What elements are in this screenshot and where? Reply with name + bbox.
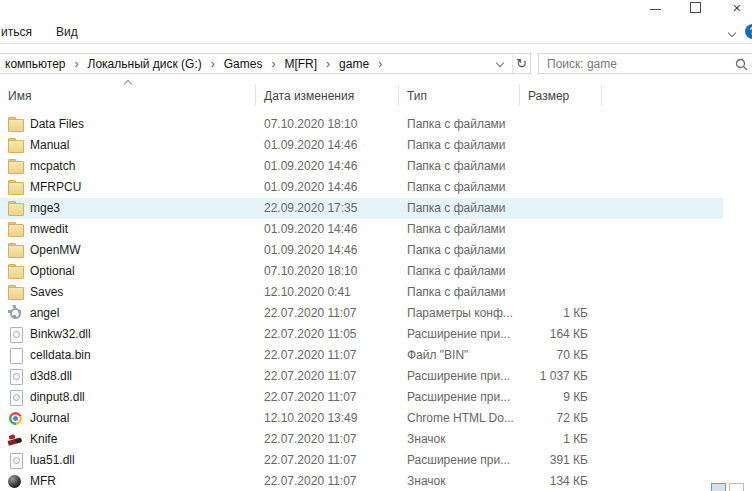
breadcrumb: компьютер›Локальный диск (G:)›Games›M[FR… — [0, 54, 512, 73]
breadcrumb-chevron-icon[interactable]: › — [68, 57, 86, 71]
table-row[interactable]: mwedit01.09.2020 14:46Папка с файлами — [0, 219, 723, 240]
file-name: lua51.dll — [30, 450, 75, 471]
close-button[interactable]: × — [722, 0, 752, 20]
table-row[interactable]: Binkw32.dll22.07.2020 11:05Расширение пр… — [0, 324, 723, 345]
details-view-button[interactable] — [711, 483, 726, 491]
file-date: 07.10.2020 18:10 — [264, 261, 357, 282]
table-row[interactable]: d3d8.dll22.07.2020 11:07Расширение при..… — [0, 366, 723, 387]
file-type: Файл "BIN" — [407, 345, 468, 366]
breadcrumb-chevron-icon[interactable]: › — [264, 57, 282, 71]
table-row[interactable]: dinput8.dll22.07.2020 11:07Расширение пр… — [0, 387, 723, 408]
file-date: 01.09.2020 14:46 — [264, 240, 357, 261]
breadcrumb-item[interactable]: Локальный диск (G:) — [86, 57, 204, 71]
help-icon[interactable]: ? — [745, 24, 752, 39]
minimize-button[interactable] — [640, 0, 670, 20]
file-size: 1 КБ — [563, 303, 588, 324]
file-name: mge3 — [30, 198, 60, 219]
maximize-button[interactable] — [682, 0, 712, 20]
table-row[interactable]: MFRPCU01.09.2020 14:46Папка с файлами — [0, 177, 723, 198]
tab-view[interactable]: Вид — [56, 25, 78, 39]
file-type: Расширение при... — [407, 366, 510, 387]
file-name: Knife — [30, 429, 57, 450]
search-icon — [735, 58, 748, 74]
file-type: Папка с файлами — [407, 219, 506, 240]
column-header-type[interactable]: Тип — [407, 89, 427, 103]
breadcrumb-item[interactable]: компьютер — [3, 57, 68, 71]
column-divider[interactable] — [519, 84, 520, 106]
table-row[interactable]: Saves12.10.2020 0:41Папка с файлами — [0, 282, 723, 303]
file-name: Binkw32.dll — [30, 324, 91, 345]
file-date: 22.07.2020 11:07 — [264, 429, 357, 450]
chevron-down-icon — [728, 29, 736, 37]
dll-icon — [8, 369, 24, 384]
file-name: angel — [30, 303, 59, 324]
file-type: Папка с файлами — [407, 156, 506, 177]
ribbon-collapse-button[interactable] — [727, 28, 741, 42]
column-divider[interactable] — [255, 84, 256, 106]
table-row[interactable]: OpenMW01.09.2020 14:46Папка с файлами — [0, 240, 723, 261]
search-box[interactable]: Поиск: game — [538, 53, 752, 74]
file-name: OpenMW — [30, 240, 81, 261]
file-name: celldata.bin — [30, 345, 91, 366]
table-row[interactable]: Data Files07.10.2020 18:10Папка с файлам… — [0, 114, 723, 135]
table-row[interactable]: lua51.dll22.07.2020 11:07Расширение при.… — [0, 450, 723, 471]
file-date: 22.07.2020 11:07 — [264, 366, 357, 387]
file-name: mwedit — [30, 219, 68, 240]
file-name: d3d8.dll — [30, 366, 72, 387]
breadcrumb-chevron-icon[interactable]: › — [204, 57, 222, 71]
folder-icon — [8, 117, 24, 132]
breadcrumb-chevron-icon[interactable]: › — [319, 57, 337, 71]
refresh-icon: ↻ — [516, 56, 527, 71]
dll-icon — [8, 453, 24, 468]
table-row[interactable]: MFR22.07.2020 11:07Значок134 КБ — [0, 471, 723, 491]
breadcrumb-item[interactable]: Games — [222, 57, 265, 71]
table-row[interactable]: Manual01.09.2020 14:46Папка с файлами — [0, 135, 723, 156]
chrome-icon — [8, 411, 24, 426]
table-row[interactable]: celldata.bin22.07.2020 11:07Файл "BIN"70… — [0, 345, 723, 366]
table-row[interactable]: angel22.07.2020 11:07Параметры конф...1 … — [0, 303, 723, 324]
dll-icon — [8, 390, 24, 405]
column-header-date[interactable]: Дата изменения — [264, 89, 354, 103]
table-row[interactable]: Knife22.07.2020 11:07Значок1 КБ — [0, 429, 723, 450]
address-dropdown-button[interactable] — [490, 53, 511, 74]
folder-icon — [8, 285, 24, 300]
close-icon: × — [733, 0, 742, 16]
column-divider[interactable] — [601, 84, 602, 106]
file-type: Папка с файлами — [407, 282, 506, 303]
file-type: Папка с файлами — [407, 177, 506, 198]
breadcrumb-chevron-icon[interactable]: › — [371, 57, 389, 71]
folder-icon — [8, 201, 24, 216]
table-row[interactable]: Optional07.10.2020 18:10Папка с файлами — [0, 261, 723, 282]
breadcrumb-item[interactable]: M[FR] — [282, 57, 319, 71]
file-type: Папка с файлами — [407, 135, 506, 156]
tab-share[interactable]: иться — [1, 25, 32, 39]
column-headers: Имя Дата изменения Тип Размер — [0, 84, 752, 106]
file-type: Папка с файлами — [407, 114, 506, 135]
title-bar[interactable]: × — [0, 0, 752, 20]
gear-icon — [8, 306, 24, 321]
file-icon — [8, 348, 24, 363]
table-row[interactable]: mcpatch01.09.2020 14:46Папка с файлами — [0, 156, 723, 177]
folder-icon — [8, 159, 24, 174]
file-date: 22.07.2020 11:05 — [264, 324, 357, 345]
file-date: 12.10.2020 0:41 — [264, 282, 351, 303]
address-bar[interactable]: компьютер›Локальный диск (G:)›Games›M[FR… — [0, 53, 513, 74]
file-list: Data Files07.10.2020 18:10Папка с файлам… — [0, 114, 752, 491]
file-name: Journal — [30, 408, 69, 429]
column-header-size[interactable]: Размер — [528, 89, 569, 103]
search-input[interactable]: Поиск: game — [547, 57, 617, 71]
refresh-button[interactable]: ↻ — [512, 53, 531, 74]
breadcrumb-item[interactable]: game — [337, 57, 371, 71]
file-date: 22.07.2020 11:07 — [264, 387, 357, 408]
column-divider[interactable] — [398, 84, 399, 106]
file-size: 164 КБ — [550, 324, 588, 345]
file-name: Data Files — [30, 114, 84, 135]
column-header-name[interactable]: Имя — [8, 89, 31, 103]
file-type: Значок — [407, 471, 445, 491]
table-row[interactable]: mge322.09.2020 17:35Папка с файлами — [0, 198, 723, 219]
folder-icon — [8, 264, 24, 279]
file-date: 22.07.2020 11:07 — [264, 450, 357, 471]
table-row[interactable]: Journal12.10.2020 13:49Chrome HTML Do...… — [0, 408, 723, 429]
file-name: MFRPCU — [30, 177, 81, 198]
thumbnails-view-button[interactable] — [729, 483, 744, 491]
